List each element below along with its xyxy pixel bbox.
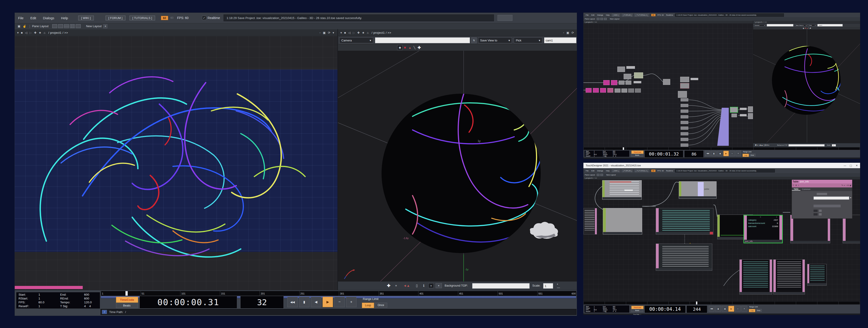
network-node[interactable] (625, 81, 631, 85)
perform-mode-chip[interactable] (498, 15, 513, 21)
shaded-view-icon[interactable]: ◉ (397, 45, 403, 50)
layout-presets[interactable] (600, 174, 603, 176)
menu-file[interactable]: File (584, 170, 590, 172)
scale-input[interactable]: 1 (832, 144, 836, 146)
timecode-mode-button[interactable]: TimeCode (631, 306, 644, 309)
step-plus-button[interactable]: + (741, 306, 747, 312)
dat-node[interactable] (843, 215, 860, 243)
menu-file[interactable]: File (15, 16, 27, 20)
network-node[interactable] (680, 83, 689, 88)
rewind-button[interactable]: ◀◀ (709, 306, 715, 312)
export-icon[interactable]: ⬆ (795, 184, 797, 187)
geometry-viewport-3d[interactable]: 1y -1.6y -1y (338, 51, 577, 281)
step-plus-button[interactable]: + (346, 297, 356, 307)
menu-edit[interactable]: Edit (590, 14, 596, 16)
red-flag-icon[interactable]: ✖ (805, 27, 806, 29)
timecode-mode-button[interactable]: TimeCode (116, 297, 138, 303)
chop-node-magenta[interactable] (603, 80, 610, 85)
split-icon[interactable]: ▣ (565, 31, 570, 34)
network-node[interactable] (748, 106, 753, 112)
forward-icon[interactable]: ▷ (28, 31, 33, 34)
menu-dialogs[interactable]: Dialogs (596, 170, 604, 172)
pulse-dat-node[interactable]: pulse (679, 181, 717, 199)
camera-name-input[interactable]: cam1 (817, 24, 843, 26)
merge-input-node[interactable] (681, 98, 688, 102)
forward-icon[interactable]: ▷ (351, 31, 356, 34)
pointer-icon[interactable]: ☝ (22, 24, 27, 28)
loop-button[interactable]: Loop (743, 154, 749, 157)
plus-icon[interactable]: ✚ (810, 27, 811, 29)
chop-node-magenta[interactable] (600, 88, 606, 92)
chop-node-magenta[interactable] (586, 88, 592, 92)
dialog-toggle-1-box[interactable] (819, 210, 822, 212)
beats-mode-button[interactable]: Beats (631, 309, 643, 312)
new-layout-label[interactable]: New Layout (610, 18, 619, 20)
layout-preset-5[interactable] (76, 24, 81, 28)
error-badge[interactable] (710, 232, 713, 235)
text-dat-node[interactable] (583, 208, 597, 235)
tutorials-button[interactable]: [ TUTORIALS ] (634, 14, 649, 16)
menu-edit[interactable]: Edit (27, 16, 39, 20)
timecode-mode-button[interactable]: TimeCode (631, 151, 644, 154)
play-button[interactable]: ▶ (728, 306, 734, 312)
breadcrumb[interactable]: / project1 / >> (584, 177, 597, 179)
step-minus-button[interactable]: − (730, 151, 735, 156)
menu-help[interactable]: Help (58, 16, 71, 20)
forum-button[interactable]: [ FORUM ] (105, 16, 125, 20)
network-node[interactable] (628, 88, 634, 92)
merge-input-node[interactable] (681, 115, 688, 118)
once-button[interactable]: Once (755, 309, 762, 312)
step-back-button[interactable]: ◀ (717, 151, 723, 156)
loop-button[interactable]: Loop (362, 303, 374, 308)
network-node[interactable] (619, 81, 625, 85)
pick-select[interactable]: Pick▾ (514, 37, 542, 43)
close-button[interactable]: ✕ (854, 164, 860, 167)
step-minus-button[interactable]: − (735, 306, 741, 312)
display-checkbox[interactable]: ▾ (428, 283, 434, 288)
network-node[interactable] (678, 91, 687, 98)
info-icon[interactable]: ℹ (422, 284, 426, 288)
menu-dialogs[interactable]: Dialogs (596, 14, 604, 16)
chop-node-magenta[interactable] (593, 88, 599, 92)
dat-node[interactable]: 0 6 (790, 215, 830, 243)
pane-dropdown-icon[interactable]: ▾ (331, 31, 335, 34)
dialog-param-chip[interactable] (817, 193, 827, 195)
new-layout-label[interactable]: New Layout (86, 24, 102, 28)
camera-small-button[interactable]: ⇅ (471, 37, 477, 43)
page-icon[interactable]: ▯ (415, 284, 419, 288)
network-node[interactable] (732, 114, 737, 117)
link-icon[interactable]: ◦ (562, 31, 565, 34)
network-node[interactable] (621, 88, 627, 92)
step-plus-button[interactable]: + (736, 151, 741, 156)
snapshot-button[interactable]: ⌖ (436, 283, 442, 288)
file-picker-icon[interactable]: ✦ (850, 196, 851, 199)
network-node[interactable] (615, 88, 620, 92)
plus-icon[interactable]: ✚ (416, 45, 422, 50)
add-layout-button[interactable]: + (103, 24, 107, 28)
menu-dialogs[interactable]: Dialogs (39, 16, 58, 20)
plus-icon[interactable]: ✚ (386, 283, 392, 288)
layout-presets[interactable] (597, 174, 599, 176)
dialog-title-bar[interactable]: Table json_info (792, 180, 852, 183)
breadcrumb[interactable]: / project1 / >> (372, 31, 391, 34)
wiki-button[interactable]: [ WIKI ] (612, 14, 620, 16)
background-top-input[interactable] (472, 283, 530, 289)
dialog-toggle-1[interactable] (813, 210, 817, 212)
fps-menu[interactable]: FPS: 60 (657, 14, 664, 16)
pane-maximize-icon[interactable]: ■ (343, 31, 347, 34)
add-icon[interactable]: ✚ (33, 31, 37, 34)
frame-ruler[interactable] (583, 147, 860, 150)
pick-select[interactable]: Pick▾ (808, 24, 816, 26)
dialog-file-field[interactable] (813, 196, 849, 200)
refresh-icon[interactable]: ⟳ (327, 31, 332, 34)
tab-common[interactable]: Common (800, 188, 812, 190)
rewind-button[interactable]: ◀◀ (287, 297, 298, 307)
scale-input[interactable]: 1 (543, 283, 553, 289)
merge-input-node[interactable] (681, 110, 688, 113)
merge-input-node[interactable] (681, 104, 688, 107)
beats-mode-button[interactable]: Beats (631, 154, 643, 157)
red-flag-icon[interactable]: ✖ (403, 46, 407, 49)
network-editor[interactable] (583, 24, 753, 147)
network-node[interactable] (635, 88, 641, 92)
forum-button[interactable]: [ FORUM ] (622, 169, 633, 172)
